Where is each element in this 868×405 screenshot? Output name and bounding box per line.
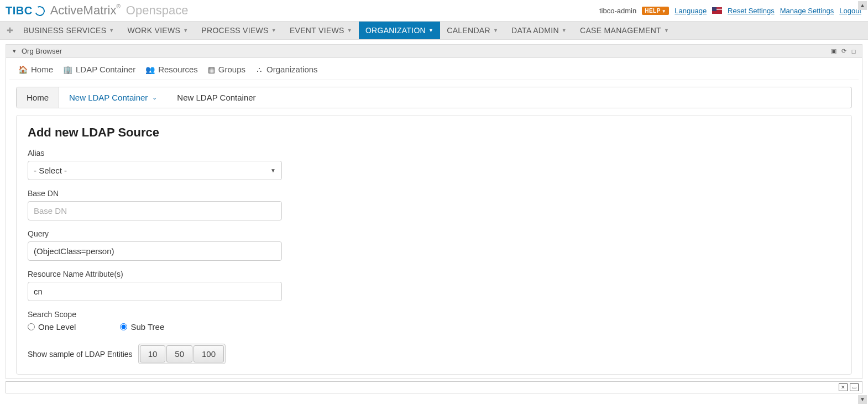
collapse-icon[interactable]: ▾ [11,48,18,55]
breadcrumb-current: New LDAP Container [167,87,265,108]
tab-resources[interactable]: 👥Resources [145,65,198,74]
scroll-down-icon[interactable]: ▼ [858,395,867,399]
breadcrumb-home[interactable]: Home [17,87,59,108]
panel-header: ▾ Org Browser ▣ ⟳ □ [6,45,862,58]
panel-refresh-icon[interactable]: ⟳ [840,48,848,55]
users-icon: 👥 [145,65,155,74]
breadcrumb-link[interactable]: New LDAP Container ⌄ [59,87,167,108]
alias-value: - Select - [34,166,67,175]
breadcrumb: Home New LDAP Container ⌄ New LDAP Conta… [16,87,852,108]
reset-settings-link[interactable]: Reset Settings [728,7,775,15]
field-basedn: Base DN [28,189,840,220]
user-label: tibco-admin [599,7,636,15]
caret-down-icon: ▼ [562,28,567,33]
caret-down-icon: ▼ [428,28,433,33]
menu-organization[interactable]: ORGANIZATION▼ [359,22,440,39]
menu-business-services[interactable]: BUSINESS SERVICES▼ [17,22,121,39]
sample-10-button[interactable]: 10 [140,345,166,362]
status-close-icon[interactable]: ✕ [839,383,848,391]
form-title: Add new LDAP Source [28,125,840,140]
panel-dropdown-icon[interactable]: ▣ [830,48,838,55]
brand-openspace: Openspace [126,3,189,18]
rna-label: Resource Name Attribute(s) [28,270,840,278]
scope-label: Search Scope [28,310,840,319]
sample-50-button[interactable]: 50 [166,345,192,362]
basedn-label: Base DN [28,189,840,198]
menu-process-views[interactable]: PROCESS VIEWS▼ [195,22,283,39]
language-link[interactable]: Language [674,7,707,15]
tab-ldap-container[interactable]: 🏢LDAP Container [63,65,135,74]
query-label: Query [28,229,840,238]
rna-input[interactable] [28,282,282,301]
brand-left: TIBC ActiveMatrix® Openspace [6,3,188,18]
building-icon: 🏢 [63,65,72,74]
logo-swirl-icon [33,4,46,17]
caret-down-icon: ▼ [183,28,188,33]
caret-down-icon: ▼ [109,28,114,33]
field-scope: Search Scope One Level Sub Tree [28,310,840,332]
basedn-input[interactable] [28,201,282,220]
sample-label: Show sample of LDAP Entities [28,350,133,359]
caret-down-icon: ▼ [270,167,276,173]
menu-work-views[interactable]: WORK VIEWS▼ [121,22,195,39]
manage-settings-link[interactable]: Manage Settings [780,7,834,15]
content-scroll[interactable]: 🏠Home 🏢LDAP Container 👥Resources ▦Groups… [6,58,862,378]
field-alias: Alias - Select - ▼ [28,149,840,180]
alias-select[interactable]: - Select - ▼ [28,161,282,180]
add-menu-icon[interactable]: ✚ [3,22,17,39]
grid-icon: ▦ [208,65,215,74]
chevron-down-icon: ⌄ [152,94,157,101]
panel-maximize-icon[interactable]: □ [850,48,857,55]
sample-button-group: 10 50 100 [138,344,226,364]
sample-row: Show sample of LDAP Entities 10 50 100 [28,344,840,364]
field-query: Query [28,229,840,261]
brand-right: tibco-admin HELP▼ Language Reset Setting… [599,7,861,15]
status-layout-icon[interactable]: ▭ [850,383,859,391]
alias-label: Alias [28,149,840,157]
help-badge[interactable]: HELP▼ [642,7,669,15]
scope-one-radio[interactable] [28,323,35,330]
brand-bar: TIBC ActiveMatrix® Openspace tibco-admin… [0,0,868,21]
caret-down-icon: ▼ [347,28,352,33]
scope-one-level[interactable]: One Level [28,322,76,332]
sitemap-icon: ⛬ [255,65,263,74]
brand-activematrix: ActiveMatrix® [50,3,121,18]
flag-us-icon[interactable] [712,7,722,14]
menu-calendar[interactable]: CALENDAR▼ [440,22,505,39]
caret-down-icon: ▼ [664,28,669,33]
menu-event-views[interactable]: EVENT VIEWS▼ [283,22,359,39]
logo-text: TIBC [6,4,33,17]
tab-home[interactable]: 🏠Home [18,65,53,74]
form-panel: Add new LDAP Source Alias - Select - ▼ B… [16,115,852,375]
caret-down-icon: ▼ [271,28,276,33]
scope-sub-tree[interactable]: Sub Tree [120,322,164,332]
workspace-panel: ▾ Org Browser ▣ ⟳ □ 🏠Home 🏢LDAP Containe… [6,44,862,379]
scope-sub-radio[interactable] [120,323,127,330]
menu-case-management[interactable]: CASE MANAGEMENT▼ [573,22,676,39]
query-input[interactable] [28,241,282,261]
caret-down-icon: ▼ [662,9,666,14]
main-menu-bar: ✚ BUSINESS SERVICES▼ WORK VIEWS▼ PROCESS… [0,21,868,40]
tab-groups[interactable]: ▦Groups [208,65,245,74]
inner-tabs: 🏠Home 🏢LDAP Container 👥Resources ▦Groups… [9,58,859,80]
menu-data-admin[interactable]: DATA ADMIN▼ [505,22,573,39]
scroll-up-icon[interactable]: ▲ [858,1,867,10]
caret-down-icon: ▼ [493,28,498,33]
field-rna: Resource Name Attribute(s) [28,270,840,301]
sample-100-button[interactable]: 100 [194,345,224,362]
tab-organizations[interactable]: ⛬Organizations [255,65,318,74]
logo: TIBC [6,4,45,17]
home-icon: 🏠 [18,65,28,74]
panel-title: Org Browser [22,47,62,55]
status-bar: ✕ ▭ [6,381,862,393]
